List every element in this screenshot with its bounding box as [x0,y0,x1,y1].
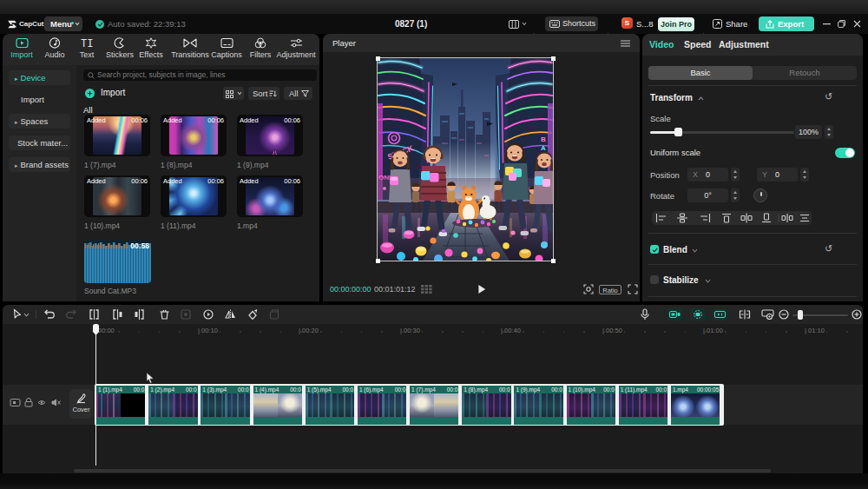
svg-text:A: A [541,144,546,152]
svg-text:B: B [541,135,546,143]
svg-text:TI: TI [81,38,93,49]
